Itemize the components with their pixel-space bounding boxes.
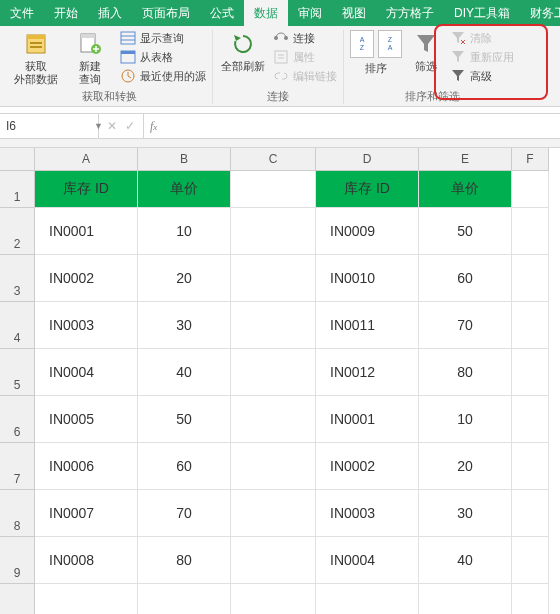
cell-C7[interactable] [231, 443, 316, 490]
cell-F2[interactable] [512, 208, 549, 255]
tab-4[interactable]: 公式 [200, 0, 244, 26]
tab-0[interactable]: 文件 [0, 0, 44, 26]
cell-A8[interactable]: IN0007 [35, 490, 138, 537]
cell-B2[interactable]: 10 [138, 208, 231, 255]
cell-A4[interactable]: IN0003 [35, 302, 138, 349]
cell-B7[interactable]: 60 [138, 443, 231, 490]
cell-C3[interactable] [231, 255, 316, 302]
cell-E4[interactable]: 70 [419, 302, 512, 349]
cell-E5[interactable]: 80 [419, 349, 512, 396]
cell-A5[interactable]: IN0004 [35, 349, 138, 396]
row-header-4[interactable]: 4 [0, 302, 35, 349]
cell-E8[interactable]: 30 [419, 490, 512, 537]
fx-icon[interactable]: fx [144, 119, 163, 134]
new-query-button[interactable]: 新建 查询 [66, 30, 114, 86]
cell-F6[interactable] [512, 396, 549, 443]
cell-B1[interactable]: 单价 [138, 171, 231, 208]
cell-F10[interactable] [512, 584, 549, 615]
cell-F1[interactable] [512, 171, 549, 208]
name-box[interactable]: ▼ [0, 114, 99, 138]
cell-A1[interactable]: 库存 ID [35, 171, 138, 208]
tab-5[interactable]: 数据 [244, 0, 288, 26]
col-header-E[interactable]: E [419, 148, 512, 171]
cell-C6[interactable] [231, 396, 316, 443]
cell-D5[interactable]: IN0012 [316, 349, 419, 396]
cell-D6[interactable]: IN0001 [316, 396, 419, 443]
cell-D9[interactable]: IN0004 [316, 537, 419, 584]
cell-A10[interactable] [35, 584, 138, 615]
row-header-3[interactable]: 3 [0, 255, 35, 302]
cell-E10[interactable] [419, 584, 512, 615]
name-box-input[interactable] [0, 119, 90, 133]
formula-input[interactable] [163, 115, 560, 137]
tab-6[interactable]: 审阅 [288, 0, 332, 26]
cell-A9[interactable]: IN0008 [35, 537, 138, 584]
cell-E6[interactable]: 10 [419, 396, 512, 443]
cell-D2[interactable]: IN0009 [316, 208, 419, 255]
tab-10[interactable]: 财务工 [520, 0, 560, 26]
row-header-5[interactable]: 5 [0, 349, 35, 396]
from-table-button[interactable]: 从表格 [120, 49, 206, 65]
filter-button[interactable]: 筛选 [408, 30, 444, 73]
row-header-10[interactable]: 10 [0, 584, 35, 615]
cell-C5[interactable] [231, 349, 316, 396]
row-header-6[interactable]: 6 [0, 396, 35, 443]
row-header-7[interactable]: 7 [0, 443, 35, 490]
cell-E2[interactable]: 50 [419, 208, 512, 255]
row-header-2[interactable]: 2 [0, 208, 35, 255]
col-header-D[interactable]: D [316, 148, 419, 171]
sort-desc-button[interactable]: ZA [378, 30, 402, 58]
cell-F4[interactable] [512, 302, 549, 349]
cell-A6[interactable]: IN0005 [35, 396, 138, 443]
cell-D10[interactable] [316, 584, 419, 615]
cell-C2[interactable] [231, 208, 316, 255]
cell-C10[interactable] [231, 584, 316, 615]
select-all-corner[interactable] [0, 148, 35, 171]
cell-D1[interactable]: 库存 ID [316, 171, 419, 208]
tab-8[interactable]: 方方格子 [376, 0, 444, 26]
cell-B10[interactable] [138, 584, 231, 615]
spreadsheet-grid[interactable]: ABCDEF1库存 ID单价库存 ID单价2IN000110IN0009503I… [0, 148, 560, 614]
row-header-9[interactable]: 9 [0, 537, 35, 584]
cell-A3[interactable]: IN0002 [35, 255, 138, 302]
tab-9[interactable]: DIY工具箱 [444, 0, 520, 26]
sort-button[interactable]: 排序 [350, 61, 402, 76]
recent-sources-button[interactable]: 最近使用的源 [120, 68, 206, 84]
cell-D3[interactable]: IN0010 [316, 255, 419, 302]
tab-3[interactable]: 页面布局 [132, 0, 200, 26]
col-header-B[interactable]: B [138, 148, 231, 171]
cell-B9[interactable]: 80 [138, 537, 231, 584]
sort-asc-button[interactable]: AZ [350, 30, 374, 58]
cell-C4[interactable] [231, 302, 316, 349]
cell-F3[interactable] [512, 255, 549, 302]
cell-E7[interactable]: 20 [419, 443, 512, 490]
col-header-F[interactable]: F [512, 148, 549, 171]
tab-1[interactable]: 开始 [44, 0, 88, 26]
tab-2[interactable]: 插入 [88, 0, 132, 26]
cell-D4[interactable]: IN0011 [316, 302, 419, 349]
cell-C9[interactable] [231, 537, 316, 584]
cell-B3[interactable]: 20 [138, 255, 231, 302]
row-header-1[interactable]: 1 [0, 171, 35, 208]
cell-A7[interactable]: IN0006 [35, 443, 138, 490]
cell-F8[interactable] [512, 490, 549, 537]
connections-button[interactable]: 连接 [273, 30, 337, 46]
cell-F5[interactable] [512, 349, 549, 396]
tab-7[interactable]: 视图 [332, 0, 376, 26]
cell-C8[interactable] [231, 490, 316, 537]
get-external-data-button[interactable]: 获取 外部数据 [12, 30, 60, 86]
cell-F9[interactable] [512, 537, 549, 584]
row-header-8[interactable]: 8 [0, 490, 35, 537]
cell-B8[interactable]: 70 [138, 490, 231, 537]
cell-B4[interactable]: 30 [138, 302, 231, 349]
cell-B6[interactable]: 50 [138, 396, 231, 443]
cell-B5[interactable]: 40 [138, 349, 231, 396]
cell-E9[interactable]: 40 [419, 537, 512, 584]
cell-D7[interactable]: IN0002 [316, 443, 419, 490]
advanced-filter-button[interactable]: 高级 [450, 68, 514, 84]
cell-C1[interactable] [231, 171, 316, 208]
cell-A2[interactable]: IN0001 [35, 208, 138, 255]
cell-E1[interactable]: 单价 [419, 171, 512, 208]
cell-F7[interactable] [512, 443, 549, 490]
show-queries-button[interactable]: 显示查询 [120, 30, 206, 46]
